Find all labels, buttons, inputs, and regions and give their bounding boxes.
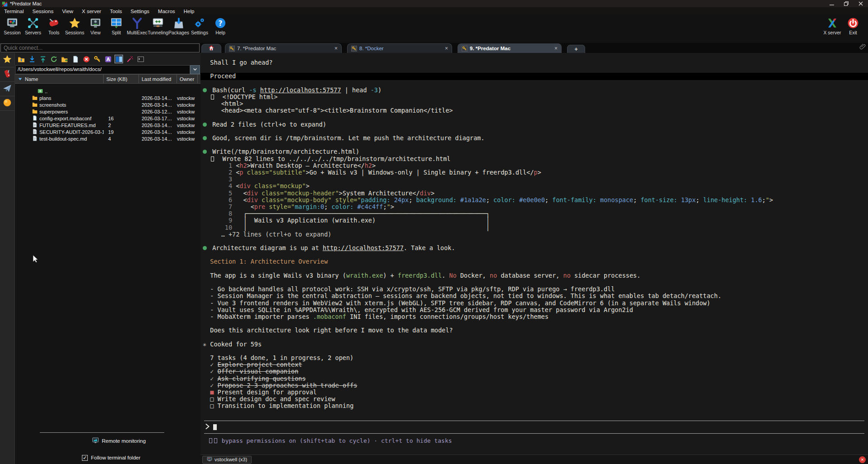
toolbar-button-multiexec[interactable]: MultiExec (127, 16, 148, 35)
menu-item-macros[interactable]: Macros (158, 9, 175, 14)
tab-8-docker[interactable]: 8. *Docker× (347, 43, 452, 53)
column-header-name[interactable]: Name (15, 75, 104, 83)
tab-7-predator-mac[interactable]: 7. *Predator Mac× (225, 43, 342, 53)
session-tab-icon (207, 456, 212, 463)
minimize-icon[interactable] (825, 0, 839, 7)
toolbar-button-tools[interactable]: Tools (43, 16, 64, 35)
new-file-icon[interactable] (71, 55, 80, 63)
toolbar-button-servers[interactable]: Servers (23, 16, 43, 35)
toolbar-button-help[interactable]: ?Help (210, 16, 231, 35)
selected-option-line: Proceed (200, 73, 868, 80)
table-row[interactable]: screenshots2026-03-14…vstockw (15, 101, 200, 108)
dual-pane-icon[interactable] (114, 55, 123, 63)
column-header-owner[interactable]: Owner (177, 75, 198, 83)
column-header-size-kb-[interactable]: Size (KB) (104, 75, 139, 83)
file-modified-cell: 2026-03-14… (139, 102, 177, 108)
toolbar-button-view[interactable]: View (85, 16, 106, 35)
toolbar-button-split[interactable]: Split (106, 16, 127, 35)
menu-item-terminal[interactable]: Terminal (4, 9, 24, 14)
tab-close-icon[interactable]: × (321, 45, 338, 52)
file-owner-cell: vstockw (177, 109, 198, 114)
checkbox-checked-icon[interactable]: ✓ (82, 455, 88, 461)
file-modified-cell: 2026-03-14… (139, 136, 177, 142)
download-icon[interactable] (28, 55, 36, 63)
close-icon[interactable] (854, 0, 868, 7)
file-name: config-export.mobaconf (39, 116, 91, 121)
upload-icon[interactable] (38, 55, 47, 63)
toolbar-label: Tools (48, 30, 60, 35)
side-strip-sessions-star-icon[interactable] (0, 53, 14, 67)
terminal-small-icon[interactable] (136, 55, 145, 63)
fast-forward-icon (214, 438, 217, 443)
tab-close-icon[interactable]: × (431, 45, 448, 52)
toolbar-label: View (91, 30, 101, 35)
prompt-line (203, 424, 868, 431)
toolbar-button-session[interactable]: Session (2, 16, 23, 35)
table-row[interactable]: FUTURE-FEATURES.md22026-03-14…vstockw (15, 122, 200, 128)
new-folder-icon[interactable] (60, 55, 69, 63)
toolbar-button-tunneling[interactable]: Tunneling (148, 16, 168, 35)
tab-close-icon[interactable]: × (541, 45, 558, 52)
terminal-line (203, 320, 868, 327)
toolbar-label: MultiExec (127, 30, 148, 35)
terminal-cursor[interactable] (213, 424, 217, 430)
terminal-line: 1 <h2>Wraith Desktop — Architecture</h2> (203, 162, 868, 169)
file-icon (32, 115, 38, 122)
font-icon[interactable]: A (104, 55, 112, 63)
file-name: screenshots (39, 102, 66, 108)
tools-knife-icon (3, 69, 12, 80)
menu-item-x-server[interactable]: X server (82, 9, 101, 14)
table-row[interactable]: superpowers2026-03-12…vstockw (15, 108, 200, 115)
remote-monitoring-button[interactable]: Remote monitoring (92, 437, 200, 445)
close-session-button[interactable]: × (859, 456, 866, 463)
refresh-icon[interactable] (49, 55, 58, 63)
folder-up-toolbar-icon[interactable] (17, 55, 25, 63)
column-header-last-modified[interactable]: Last modified (139, 75, 177, 83)
side-strip-moba-ball-icon[interactable] (0, 96, 14, 111)
quick-connect-input[interactable] (0, 43, 200, 52)
home-tab[interactable] (201, 44, 221, 53)
path-input[interactable]: /Users/vstockwell/repos/wraith/docs/ (15, 65, 190, 74)
toolbar-button-exit[interactable]: Exit (843, 16, 863, 35)
new-tab-button[interactable]: + (567, 45, 585, 53)
wand-icon[interactable] (125, 55, 134, 63)
table-row[interactable]: .. (15, 88, 200, 95)
path-dropdown-button[interactable] (190, 65, 200, 74)
table-row[interactable]: SECURITY-AUDIT-2026-03-1…192026-03-14…vs… (15, 128, 200, 135)
restore-icon[interactable] (839, 0, 854, 7)
file-table-header: NameSize (KB)Last modifiedOwner (15, 74, 200, 84)
terminal[interactable]: Shall I go ahead? Proceed Bash(curl -s h… (200, 53, 868, 455)
table-row[interactable]: config-export.mobaconf162026-03-17…vstoc… (15, 115, 200, 122)
file-size-cell: 4 (104, 136, 139, 142)
tab-label: 7. *Predator Mac (237, 46, 276, 51)
side-strip-macros-paperplane-icon[interactable] (0, 82, 14, 96)
side-strip-tools-knife-icon[interactable] (0, 67, 14, 82)
key-gold-icon[interactable] (93, 55, 101, 63)
toolbar-button-x server[interactable]: X server (822, 16, 843, 35)
toolbar-button-sessions[interactable]: Sessions (64, 16, 85, 35)
table-row[interactable]: test-buildout-spec.md42026-03-14…vstockw (15, 135, 200, 142)
settings-icon (194, 17, 205, 29)
svg-text:A: A (106, 57, 110, 62)
table-row[interactable]: plans2026-03-14…vstockw (15, 95, 200, 101)
sidebar-bottom: Remote monitoring ✓ Follow terminal fold… (15, 432, 200, 464)
file-name: .. (45, 89, 48, 94)
toolbar-button-packages[interactable]: Packages (168, 16, 189, 35)
follow-terminal-folder-checkbox[interactable]: ✓ Follow terminal folder (82, 454, 200, 461)
delete-icon[interactable] (82, 55, 91, 63)
menu-item-sessions[interactable]: Sessions (32, 9, 53, 14)
md-icon (32, 122, 38, 128)
menu-item-tools[interactable]: Tools (110, 9, 122, 14)
menu-item-view[interactable]: View (62, 9, 73, 14)
menu-item-help[interactable]: Help (184, 9, 195, 14)
terminal-line: <!DOCTYPE html> (203, 94, 868, 100)
paperclip-icon[interactable] (859, 43, 866, 50)
file-list: ..plans2026-03-14…vstockwscreenshots2026… (15, 84, 200, 142)
menu-item-settings[interactable]: Settings (131, 9, 150, 14)
file-name-cell: plans (15, 95, 104, 101)
file-modified-cell: 2026-03-17… (139, 116, 177, 121)
session-bottom-tab[interactable]: vstockwell (x3) (202, 456, 252, 464)
tab-9-predator-mac[interactable]: 9. *Predator Mac× (458, 43, 562, 53)
terminal-line: <head><meta charset="utf-8"><title>Brain… (203, 107, 868, 114)
toolbar-button-settings[interactable]: Settings (189, 16, 210, 35)
